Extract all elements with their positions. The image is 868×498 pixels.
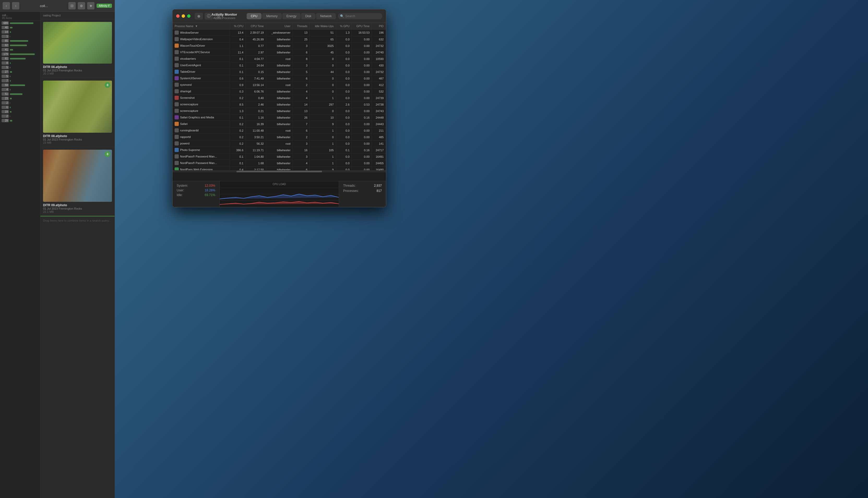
titlebar-title: Activity Monitor Active Processes [204, 13, 244, 19]
cell-gpu-time: 0.00 [352, 55, 372, 62]
tab-cpu[interactable]: CPU [247, 13, 261, 19]
photo-filename-2: DITR 08.afphoto [43, 134, 112, 138]
process-icon [175, 30, 179, 35]
tab-disk[interactable]: Disk [301, 13, 316, 19]
table-row[interactable]: Safari 0.2 16.39 billwheeler 7 9 0.0 0.0… [173, 121, 386, 127]
cell-gpu-time: 16:53.53 [352, 29, 372, 36]
cell-gpu: 0.0 [336, 42, 352, 49]
stack-button[interactable]: ⊕ [78, 2, 85, 9]
cell-cpu-time: 13:56.14 [245, 82, 266, 88]
cell-pid: 24717 [372, 147, 386, 153]
tab-network[interactable]: Network [316, 13, 336, 19]
cell-idle-wakeups: 44 [310, 68, 336, 75]
col-gpu-time[interactable]: GPU Time [352, 23, 372, 29]
table-row[interactable]: powerd 0.2 56.32 root 3 1 0.0 0.00 141 [173, 140, 386, 147]
cell-idle-wakeups: 1 [310, 127, 336, 134]
cell-pid: 10590 [372, 55, 386, 62]
count-badge: 2 [2, 115, 9, 118]
cell-cpu: 0.1 [230, 160, 245, 166]
table-row[interactable]: NordPass® Password Man... 0.1 1.68 billw… [173, 160, 386, 166]
count-bar [10, 98, 12, 99]
process-icon [175, 135, 179, 139]
star-button[interactable]: ★ [87, 2, 94, 9]
tab-memory[interactable]: Memory [262, 13, 282, 19]
cell-gpu: 0.0 [336, 166, 352, 170]
table-row[interactable]: TabletDriver 0.1 0.15 billwheeler 5 44 0… [173, 68, 386, 75]
cell-cpu-time: 16.39 [245, 121, 266, 127]
table-row[interactable]: NordPass Web Extension 0.4 2:17.50 billw… [173, 166, 386, 170]
cell-name: WacomTouchDriver [173, 42, 230, 49]
cell-pid: 24455 [372, 160, 386, 166]
search-icon: 🔍 [340, 14, 344, 18]
stop-button[interactable]: ⊗ [195, 13, 203, 19]
table-row[interactable]: sysmond 0.9 13:56.14 root 2 0 0.0 0.00 4… [173, 82, 386, 88]
filter-button[interactable]: ⊟ [68, 2, 76, 9]
cell-cpu-time: 2:39:07.19 [245, 29, 266, 36]
table-row[interactable]: screencapture 8.5 2.46 billwheeler 14 29… [173, 101, 386, 108]
cell-user: root [266, 140, 293, 147]
table-row[interactable]: Photo Supreme 386.6 11:19.71 billwheeler… [173, 147, 386, 153]
count-badge: 27 [2, 70, 9, 74]
col-cpu[interactable]: % CPU [230, 23, 245, 29]
cell-gpu-time: 0.00 [352, 88, 372, 95]
photo-item-2[interactable]: 0 DITR 08.afphoto 01 Jul 2023 Fremington… [40, 78, 115, 147]
col-process-name[interactable]: Process Name ▼ [173, 23, 230, 29]
col-threads[interactable]: Threads [293, 23, 310, 29]
col-gpu[interactable]: % GPU [336, 23, 352, 29]
col-idle-wakeups[interactable]: Idle Wake-Ups [310, 23, 336, 29]
table-row[interactable]: WallpaperVideoExtension 0.4 45:26.99 bil… [173, 36, 386, 42]
count-badge: 689 [2, 22, 9, 25]
table-row[interactable]: SystemUIServer 0.6 7:41.49 billwheeler 6… [173, 75, 386, 82]
table-row[interactable]: VTEncoderXPCService 11.4 2.97 billwheele… [173, 49, 386, 55]
cell-gpu: 0.0 [336, 62, 352, 68]
cell-pid: 196 [372, 29, 386, 36]
tab-energy[interactable]: Energy [282, 13, 301, 19]
table-wrapper[interactable]: Process Name ▼ % CPU CPU Time User Threa… [173, 23, 386, 170]
table-row[interactable]: Screenshot 0.2 0.40 billwheeler 4 1 0.0 … [173, 95, 386, 101]
col-cpu-time[interactable]: CPU Time [245, 23, 266, 29]
process-icon [175, 167, 179, 170]
photo-item-1[interactable]: DITR 08.afphoto 01 Jul 2023 Fremington R… [40, 19, 115, 78]
photo-size-3: 22.1 MB [43, 210, 112, 213]
cell-gpu-time: 0.00 [352, 49, 372, 55]
col-pid[interactable]: PID [372, 23, 386, 29]
count-row: 2 [0, 101, 40, 105]
photo-size-2: 23 MB [43, 141, 112, 144]
cell-idle-wakeups: 0 [310, 75, 336, 82]
count-badge: 51 [2, 92, 9, 96]
process-icon [175, 83, 179, 87]
cell-pid: 24732 [372, 42, 386, 49]
table-row[interactable]: Safari Graphics and Media 0.1 1.16 billw… [173, 114, 386, 121]
close-button[interactable] [176, 14, 180, 18]
horizontal-scrollbar[interactable] [173, 170, 386, 172]
forward-button[interactable]: › [12, 2, 19, 9]
count-badge: 29 [2, 119, 9, 122]
cell-user: root [266, 82, 293, 88]
table-row[interactable]: UserEventAgent 0.1 24.64 billwheeler 3 0… [173, 62, 386, 68]
cell-pid: 24743 [372, 108, 386, 114]
table-row[interactable]: NordPass® Password Man... 0.1 1:04.80 bi… [173, 153, 386, 160]
table-row[interactable]: rapportd 0.2 3:50.21 billwheeler 2 0 0.0… [173, 134, 386, 140]
cell-gpu: 0.0 [336, 82, 352, 88]
system-stat-row: System: 12.03% [177, 184, 215, 187]
table-row[interactable]: WacomTouchDriver 1.1 0.77 billwheeler 3 … [173, 42, 386, 49]
count-badge: 5 [2, 66, 9, 69]
table-row[interactable]: sharingd 0.3 6:06.76 billwheeler 4 0 0.0… [173, 88, 386, 95]
table-row[interactable]: WindowServer 13.4 2:39:07.19 _windowserv… [173, 29, 386, 36]
cell-idle-wakeups: 0 [310, 88, 336, 95]
photo-badge-3: 0 [105, 151, 111, 157]
search-input[interactable] [338, 13, 382, 19]
minimize-button[interactable] [182, 14, 185, 18]
cell-idle-wakeups: 9 [310, 121, 336, 127]
maximize-button[interactable] [187, 14, 191, 18]
table-row[interactable]: screencapture 1.3 0.21 billwheeler 13 0 … [173, 108, 386, 114]
table-row[interactable]: virusbarriers 0.1 4:04.77 root 8 0 0.0 0… [173, 55, 386, 62]
back-button[interactable]: ‹ [3, 2, 10, 9]
cell-threads: 2 [293, 82, 310, 88]
table-row[interactable]: runningboardd 0.2 11:00.48 root 6 1 0.0 … [173, 127, 386, 134]
process-icon [175, 76, 179, 80]
cell-name: TabletDriver [173, 68, 230, 75]
col-user[interactable]: User [266, 23, 293, 29]
photo-item-3[interactable]: 0 DITR 09.afphoto 01 Jul 2023 Fremington… [40, 147, 115, 217]
cell-gpu-time: 0.00 [352, 153, 372, 160]
